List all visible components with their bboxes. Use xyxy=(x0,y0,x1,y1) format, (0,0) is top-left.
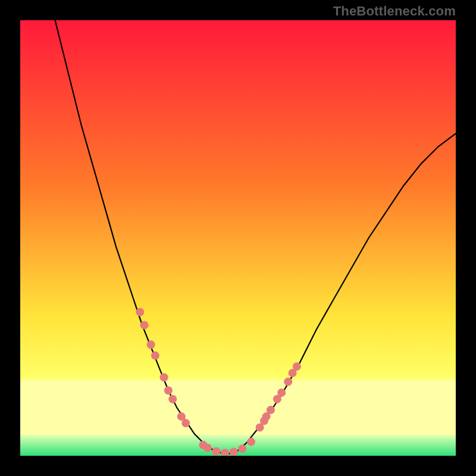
marker-dot xyxy=(164,386,173,394)
marker-dot xyxy=(212,447,220,456)
marker-dot xyxy=(262,412,271,421)
svg-rect-0 xyxy=(20,20,456,456)
chart-svg xyxy=(20,20,456,456)
marker-dot xyxy=(181,419,190,427)
outer-frame: TheBottleneck.com xyxy=(0,0,476,476)
watermark-text: TheBottleneck.com xyxy=(333,4,456,19)
marker-dot xyxy=(277,389,286,397)
marker-dot xyxy=(147,340,155,349)
marker-dot xyxy=(168,395,177,403)
marker-dot xyxy=(140,321,149,329)
marker-dot xyxy=(284,378,292,386)
marker-dot xyxy=(160,373,168,381)
marker-dot xyxy=(136,308,144,316)
marker-dot xyxy=(247,438,255,446)
plot-area xyxy=(20,20,456,456)
marker-dot xyxy=(203,444,212,452)
marker-dot xyxy=(151,352,159,360)
marker-dot xyxy=(230,447,238,456)
marker-dot xyxy=(293,362,301,371)
marker-dot xyxy=(238,444,246,453)
